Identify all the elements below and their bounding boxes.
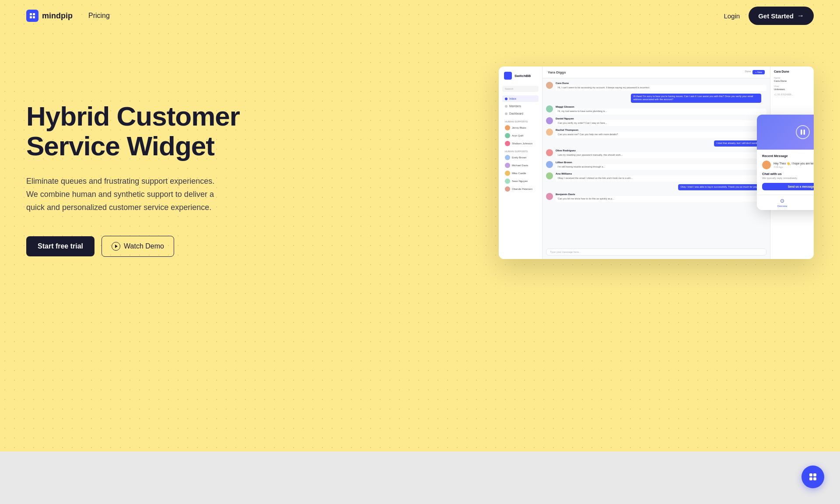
mock-nav-members: Members — [502, 103, 539, 109]
mock-msg-6: Lillian Brown I'm still having trouble a… — [546, 161, 766, 170]
hero-description: Eliminate queues and frustrating support… — [26, 175, 219, 214]
arrow-icon: → — [797, 12, 804, 20]
svg-rect-0 — [30, 13, 32, 15]
svg-rect-9 — [809, 477, 812, 480]
mock-nav-dashboard: Dashboard — [502, 110, 539, 117]
mock-user-emily: Emily Brown — [502, 154, 539, 161]
mock-msg-8: Benjamin Davis Can you let me know how t… — [546, 193, 766, 202]
chat-widget-footer: ⊙ Overview 💬 Messages — [757, 195, 814, 210]
mock-msg-1: Cara Dune Hi, I can't seem to be accessi… — [546, 82, 766, 91]
play-icon — [112, 242, 120, 251]
chat-widget-overlay: Recent Message Hey Theo 👋, I hope you ar… — [757, 115, 814, 210]
logo-text: mindpip — [42, 11, 73, 21]
chat-with-us-label: Chat with us — [762, 172, 814, 176]
mock-user-sean: Sean Nguyen — [502, 177, 539, 185]
svg-rect-10 — [813, 477, 816, 480]
app-mockup: SwitchBB Search Inbox Members Dashboard … — [499, 66, 814, 259]
hero-title: Hybrid Customer Service Widget — [26, 102, 254, 161]
mock-msg-7: Ana Williams Okay I received the email I… — [546, 172, 766, 182]
mock-brand-icon — [504, 72, 512, 80]
hero-content: Hybrid Customer Service Widget Eliminate… — [26, 66, 254, 257]
login-button[interactable]: Login — [724, 12, 740, 20]
bottom-bar — [0, 452, 840, 504]
mock-msg-reply-3: Okay I tried I was able to log in succes… — [678, 184, 761, 190]
mock-chat-input: Type your message here... — [546, 248, 766, 256]
widget-icon — [808, 472, 818, 482]
mock-field-name: Name Cara Dune — [774, 77, 810, 82]
mock-user-aryn: Aryn Quill — [502, 132, 539, 140]
mock-user-obande: Obande Petersen — [502, 185, 539, 193]
hero-image: SwitchBB Search Inbox Members Dashboard … — [236, 66, 814, 259]
chat-time: 7:08 Ago — [774, 166, 814, 168]
watch-demo-label: Watch Demo — [124, 242, 164, 250]
mock-nav-inbox: Inbox — [502, 95, 539, 102]
get-started-button[interactable]: Get Started → — [749, 7, 814, 25]
play-triangle-icon — [115, 245, 118, 248]
mock-status: Done — [745, 70, 751, 74]
svg-rect-7 — [809, 473, 812, 476]
mock-user-michael: Michael Davis — [502, 161, 539, 169]
mock-msg-3: Daniel Nguyen Can you verify my order? C… — [546, 117, 766, 126]
svg-rect-2 — [30, 16, 32, 18]
chat-tab-overview[interactable]: ⊙ Overview — [777, 198, 788, 207]
mock-user-jenny: Jenny Blues — [502, 124, 539, 132]
mock-field-phone: +1 55 87834886... — [774, 93, 810, 96]
logo-svg — [29, 12, 36, 19]
mock-msg-5: Olive Rodriguez Lets try resetting your … — [546, 149, 766, 158]
mock-sidebar: SwitchBB Search Inbox Members Dashboard … — [499, 66, 542, 259]
mock-new-btn: + New — [752, 70, 765, 74]
floating-widget-button[interactable] — [802, 466, 824, 488]
start-trial-button[interactable]: Start free trial — [26, 236, 94, 256]
hero-section: Hybrid Customer Service Widget Eliminate… — [0, 32, 840, 303]
overview-icon: ⊙ — [780, 198, 784, 204]
watch-demo-button[interactable]: Watch Demo — [102, 236, 174, 257]
chat-widget-header — [757, 115, 814, 150]
chat-avatar — [762, 161, 771, 169]
mock-section-human: Human Supports — [502, 118, 539, 124]
mock-brand: SwitchBB — [502, 72, 539, 80]
logo[interactable]: mindpip — [26, 10, 73, 22]
navbar: mindpip Pricing Login Get Started → — [0, 0, 840, 32]
svg-rect-6 — [804, 130, 805, 135]
svg-rect-1 — [33, 13, 35, 15]
mock-search: Search — [502, 86, 539, 92]
mock-msg-reply-2: I tried that already, but I still don't … — [714, 140, 761, 147]
svg-rect-8 — [813, 473, 816, 476]
mock-section-ai: Human Supports — [502, 147, 539, 154]
chat-greeting: Hey Theo 👋, I hope you are keeping — [774, 161, 814, 165]
pause-icon — [796, 125, 810, 139]
recent-message-label: Recent Message — [762, 154, 814, 158]
hero-buttons: Start free trial Watch Demo — [26, 236, 254, 257]
chat-recent-row: Hey Theo 👋, I hope you are keeping 7:08 … — [762, 161, 814, 169]
svg-marker-4 — [115, 245, 118, 248]
logo-icon — [26, 10, 38, 22]
chat-send-button[interactable]: Send us a message → — [762, 183, 814, 190]
nav-right: Login Get Started → — [724, 7, 814, 25]
mock-main: Yara Diggs Done + New Cara Dune Hi, I ca… — [542, 66, 770, 259]
mock-msg-2: Maggi Gleason Hi, my tool seems to have … — [546, 105, 766, 115]
mock-user-mike: Mike Castile — [502, 169, 539, 177]
mock-user-shaborn: Shaborn Johnson — [502, 140, 539, 147]
chat-widget-body: Recent Message Hey Theo 👋, I hope you ar… — [757, 150, 814, 195]
mock-header-actions: Done + New — [745, 70, 765, 74]
mock-field-role: User Unknown — [774, 85, 810, 91]
mock-msg-4: Rachel Thompson Can you assist me? Can y… — [546, 129, 766, 138]
get-started-label: Get Started — [758, 12, 794, 20]
mock-header: Yara Diggs Done + New — [542, 66, 770, 78]
chat-reply-time: We typically reply immediately — [762, 177, 814, 179]
mock-brand-name: SwitchBB — [514, 74, 531, 78]
mock-msg-reply-1: Hi there! I'm sorry to hear you're havin… — [631, 94, 761, 103]
svg-rect-3 — [33, 16, 35, 18]
mock-header-user: Yara Diggs — [548, 70, 566, 74]
nav-pricing-link[interactable]: Pricing — [88, 12, 110, 20]
svg-rect-5 — [801, 130, 802, 135]
mock-messages-list: Cara Dune Hi, I can't seem to be accessi… — [542, 78, 770, 205]
nav-left: mindpip Pricing — [26, 10, 110, 22]
